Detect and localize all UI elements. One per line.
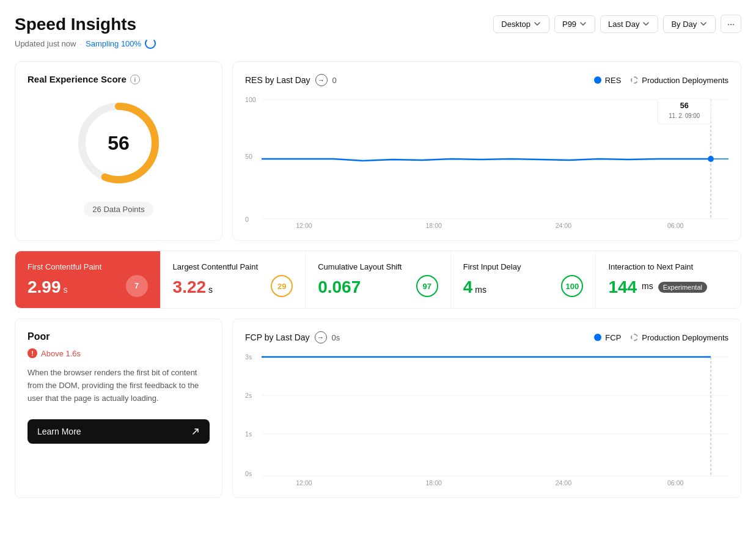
fcp-chart-svg: 3s 2s 1s 0s 12:00 18:00 24:00 06:00 [245, 351, 728, 485]
res-chart-svg: 100 50 0 12:00 18:00 24:00 06:00 [245, 94, 728, 228]
deployments-legend-dot [631, 76, 638, 84]
score-card: Real Experience Score i 56 26 Data Point… [15, 61, 222, 241]
metric-fcp-value: 2.99 [28, 277, 61, 297]
threshold-label: Above 1.6s [41, 349, 81, 358]
svg-text:24:00: 24:00 [556, 222, 572, 228]
percentile-dropdown[interactable]: P99 [554, 15, 595, 33]
res-chart-title: RES by Last Day [245, 75, 310, 85]
updated-text: Updated just now [15, 39, 76, 48]
loading-spinner [145, 38, 156, 49]
toolbar: Desktop P99 Last Day By Day ··· [493, 15, 741, 33]
svg-text:18:00: 18:00 [425, 222, 442, 228]
svg-text:12:00: 12:00 [296, 222, 312, 228]
detail-description: When the browser renders the first bit o… [28, 367, 210, 405]
metric-fcp-name: First Contentful Paint [28, 262, 148, 271]
period-dropdown[interactable]: Last Day [600, 15, 658, 33]
svg-text:100: 100 [245, 96, 256, 103]
device-dropdown[interactable]: Desktop [493, 15, 549, 33]
poor-badge: ! Above 1.6s [28, 348, 210, 358]
data-points: 26 Data Points [84, 202, 153, 217]
learn-more-button[interactable]: Learn More [28, 419, 210, 444]
svg-text:0s: 0s [245, 470, 252, 477]
svg-text:06:00: 06:00 [667, 479, 684, 485]
grouping-label: By Day [671, 20, 697, 29]
score-title-text: Real Experience Score [28, 74, 127, 84]
metric-fid-value: 4 [463, 277, 473, 297]
metric-inp-value: 144 [608, 277, 637, 297]
res-chart-link[interactable]: → [315, 74, 328, 86]
experimental-badge: Experimental [658, 282, 707, 293]
fcp-legend-label: FCP [605, 333, 621, 342]
metric-fid-unit: ms [475, 285, 486, 295]
metric-fid[interactable]: First Input Delay 4 ms 100 [451, 251, 596, 308]
gauge: 56 [70, 94, 167, 192]
fcp-deployments-legend-dot [631, 334, 638, 341]
metric-fcp[interactable]: First Contentful Paint 2.99 s 7 [15, 251, 161, 308]
metric-cls-badge: 97 [416, 275, 438, 297]
metric-cls-name: Cumulative Layout Shift [318, 262, 438, 271]
chevron-down-icon [579, 20, 587, 28]
res-deployments-legend-label: Production Deployments [642, 76, 728, 85]
fcp-legend-dot [594, 334, 601, 341]
learn-more-label: Learn More [37, 427, 81, 436]
score-card-title: Real Experience Score i [28, 74, 210, 84]
metric-inp-unit: ms [642, 281, 653, 291]
fcp-chart-card: FCP by Last Day → 0s FCP Production Depl… [232, 318, 741, 498]
chevron-down-icon [642, 20, 650, 28]
res-chart-legend: RES Production Deployments [594, 76, 728, 85]
percentile-label: P99 [562, 20, 576, 29]
page-title: Speed Insights [15, 15, 156, 34]
more-options-button[interactable]: ··· [721, 15, 741, 33]
metric-lcp-badge: 29 [271, 275, 293, 297]
gauge-score: 56 [108, 132, 130, 155]
res-chart-value: 0 [332, 76, 337, 85]
subtitle: Updated just now · Sampling 100% [15, 38, 156, 49]
metric-cls-value: 0.067 [318, 277, 361, 297]
svg-text:50: 50 [245, 153, 252, 160]
metric-lcp[interactable]: Largest Contentful Paint 3.22 s 29 [161, 251, 306, 308]
svg-text:0: 0 [245, 216, 249, 223]
svg-text:11. 2. 09:00: 11. 2. 09:00 [669, 112, 700, 119]
metric-cls[interactable]: Cumulative Layout Shift 0.067 97 [306, 251, 451, 308]
svg-text:56: 56 [680, 101, 689, 110]
info-icon[interactable]: i [130, 75, 140, 84]
fcp-deployments-legend-label: Production Deployments [642, 333, 728, 342]
svg-text:06:00: 06:00 [667, 222, 684, 228]
svg-text:12:00: 12:00 [296, 479, 312, 485]
res-chart-area: 100 50 0 12:00 18:00 24:00 06:00 [245, 94, 728, 228]
poor-label: Poor [28, 331, 210, 342]
fcp-chart-value: 0s [332, 333, 340, 342]
poor-badge-icon: ! [28, 348, 37, 358]
metric-lcp-name: Largest Contentful Paint [173, 262, 293, 271]
metric-lcp-value: 3.22 [173, 277, 207, 297]
res-legend-dot [594, 76, 601, 84]
fcp-chart-legend: FCP Production Deployments [594, 333, 728, 342]
fcp-chart-link[interactable]: → [315, 331, 327, 343]
metric-fid-badge: 100 [561, 275, 583, 297]
metric-fcp-unit: s [64, 285, 68, 295]
fcp-chart-title: FCP by Last Day [245, 332, 310, 342]
svg-text:3s: 3s [245, 353, 252, 361]
chevron-down-icon [699, 20, 708, 28]
metric-inp[interactable]: Interaction to Next Paint 144 ms Experim… [596, 251, 741, 308]
res-legend-label: RES [605, 76, 622, 85]
svg-text:2s: 2s [245, 392, 252, 399]
chevron-down-icon [533, 20, 541, 28]
external-link-icon [191, 427, 200, 436]
metric-inp-name: Interaction to Next Paint [608, 262, 728, 271]
fcp-chart-area: 3s 2s 1s 0s 12:00 18:00 24:00 06:00 [245, 351, 728, 485]
sampling-label[interactable]: Sampling 100% [86, 39, 141, 48]
metric-fid-name: First Input Delay [463, 262, 584, 271]
period-label: Last Day [608, 20, 639, 29]
metric-lcp-unit: s [208, 285, 213, 295]
svg-text:18:00: 18:00 [425, 479, 442, 485]
metrics-row: First Contentful Paint 2.99 s 7 Largest … [15, 251, 741, 309]
detail-card: Poor ! Above 1.6s When the browser rende… [15, 318, 222, 498]
metric-fcp-badge: 7 [126, 275, 148, 297]
device-label: Desktop [501, 20, 530, 29]
svg-text:24:00: 24:00 [556, 479, 572, 485]
svg-text:1s: 1s [245, 430, 252, 438]
grouping-dropdown[interactable]: By Day [663, 15, 716, 33]
res-chart-card: RES by Last Day → 0 RES Production Deplo… [232, 61, 741, 241]
